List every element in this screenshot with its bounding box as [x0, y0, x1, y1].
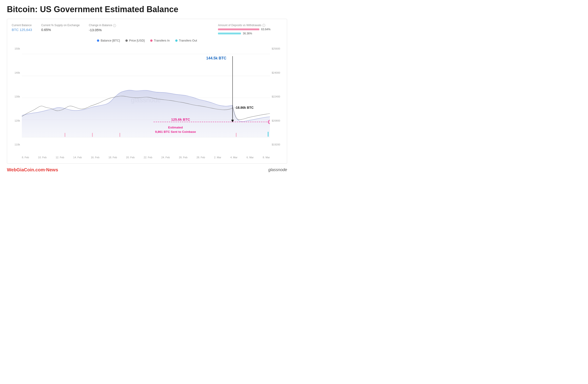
- legend-dot-pink: [150, 39, 152, 42]
- deposit-bar-cyan: [218, 33, 241, 34]
- legend-dot-blue: [97, 39, 99, 42]
- page-title: Bitcoin: US Government Estimated Balance: [7, 5, 287, 14]
- y-label-110k: 110k: [12, 143, 20, 146]
- x-label-24feb: 24. Feb: [161, 156, 170, 159]
- legend-price: Price [USD]: [126, 39, 145, 42]
- svg-rect-15: [64, 133, 65, 137]
- y-label-24000: $24000: [272, 71, 282, 74]
- legend-dot-gray: [126, 39, 128, 42]
- x-label-22feb: 22. Feb: [144, 156, 152, 159]
- chart-svg-container: 144.5k BTC -18.86k BTC 125.6k BTC Estima…: [22, 45, 270, 155]
- legend-label-transfers-in: Transfers In: [154, 39, 170, 42]
- supply-value: 0.65%: [41, 28, 80, 32]
- supply-label: Current % Supply on Exchange: [41, 24, 80, 27]
- x-label-8mar: 8. Mar: [263, 156, 270, 159]
- y-label-25600: $25600: [272, 47, 282, 50]
- change-info-icon: i: [113, 24, 116, 27]
- y-axis-right: $25600 $24000 $22400 $20800 $19200: [270, 45, 282, 155]
- svg-rect-18: [236, 133, 237, 137]
- svg-text:glassnode: glassnode: [131, 96, 161, 104]
- legend-row: Balance [BTC] Price [USD] Transfers In T…: [12, 39, 282, 42]
- current-balance-label: Current Balance: [12, 24, 32, 27]
- deposits-info-icon: i: [262, 24, 265, 27]
- x-label-4mar: 4. Mar: [230, 156, 237, 159]
- deposit-bar-row-2: 36.36%: [218, 32, 282, 35]
- legend-balance: Balance [BTC]: [97, 39, 120, 42]
- x-label-14feb: 14. Feb: [73, 156, 82, 159]
- y-label-22400: $22400: [272, 95, 282, 98]
- legend-label-price: Price [USD]: [129, 39, 145, 42]
- y-axis-left: 150k 140k 130k 120k 110k: [12, 45, 22, 155]
- x-label-6mar: 6. Mar: [247, 156, 253, 159]
- legend-label-balance: Balance [BTC]: [101, 39, 120, 42]
- footer-logo-right: glassnode: [268, 168, 287, 172]
- x-label-10feb: 10. Feb: [38, 156, 47, 159]
- current-balance-value: BTC 125,643: [12, 28, 32, 32]
- deposits-label: Amount of Deposits vs Withdrawals i: [218, 24, 282, 27]
- svg-text:-18.86k BTC: -18.86k BTC: [235, 106, 253, 109]
- svg-rect-19: [268, 132, 269, 137]
- legend-transfers-in: Transfers In: [150, 39, 170, 42]
- x-label-16feb: 16. Feb: [91, 156, 100, 159]
- svg-text:9,861 BTC Sent to Coinbase: 9,861 BTC Sent to Coinbase: [155, 130, 196, 134]
- deposits-block: Amount of Deposits vs Withdrawals i 63.6…: [218, 24, 282, 35]
- y-label-120k: 120k: [12, 119, 20, 122]
- svg-text:125.6k BTC: 125.6k BTC: [171, 117, 190, 121]
- svg-text:Estimated: Estimated: [168, 126, 183, 129]
- x-axis: 8. Feb 10. Feb 12. Feb 14. Feb 16. Feb 1…: [12, 155, 282, 159]
- legend-dot-cyan: [175, 39, 178, 42]
- deposit-pct-1: 63.64%: [261, 28, 271, 31]
- deposit-bar-pink: [218, 28, 259, 30]
- current-balance-block: Current Balance BTC 125,643: [12, 24, 32, 32]
- change-label: Change in Balance i: [89, 24, 116, 27]
- x-label-2mar: 2. Mar: [214, 156, 221, 159]
- x-label-8feb: 8. Feb: [22, 156, 29, 159]
- x-label-20feb: 20. Feb: [126, 156, 135, 159]
- y-label-140k: 140k: [12, 71, 20, 74]
- footer-logo-left: WebGiaCoin.com·News: [7, 167, 58, 173]
- change-value: -13.05%: [89, 28, 116, 32]
- chart-container: Current Balance BTC 125,643 Current % Su…: [7, 19, 287, 164]
- stats-row: Current Balance BTC 125,643 Current % Su…: [12, 24, 282, 35]
- footer-row: WebGiaCoin.com·News glassnode: [7, 167, 287, 173]
- legend-transfers-out: Transfers Out: [175, 39, 197, 42]
- y-label-130k: 130k: [12, 95, 20, 98]
- y-label-150k: 150k: [12, 47, 20, 50]
- legend-label-transfers-out: Transfers Out: [179, 39, 197, 42]
- x-label-18feb: 18. Feb: [108, 156, 117, 159]
- x-label-26feb: 26. Feb: [179, 156, 188, 159]
- chart-area: 150k 140k 130k 120k 110k: [12, 45, 282, 155]
- y-label-20800: $20800: [272, 119, 282, 122]
- change-block: Change in Balance i -13.05%: [89, 24, 116, 32]
- y-label-19200: $19200: [272, 143, 282, 146]
- svg-rect-17: [119, 133, 120, 137]
- supply-block: Current % Supply on Exchange 0.65%: [41, 24, 80, 32]
- x-label-28feb: 28. Feb: [196, 156, 205, 159]
- deposit-pct-2: 36.36%: [243, 32, 252, 35]
- deposit-bar-row-1: 63.64%: [218, 28, 282, 31]
- svg-rect-16: [92, 133, 93, 137]
- svg-text:144.5k BTC: 144.5k BTC: [206, 56, 227, 60]
- x-label-12feb: 12. Feb: [56, 156, 64, 159]
